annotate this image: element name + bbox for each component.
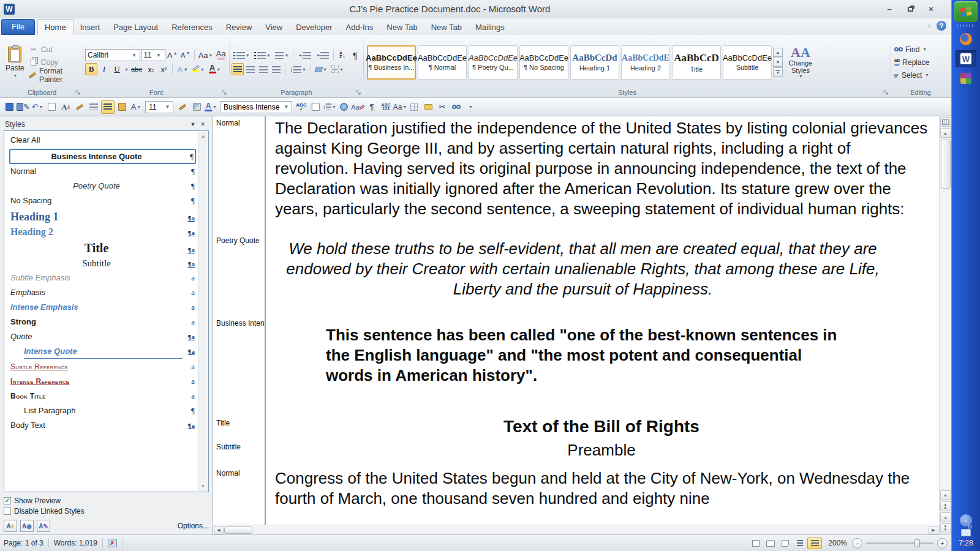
outline-view-icon[interactable]: [793, 538, 807, 549]
align-right-button[interactable]: [257, 63, 270, 75]
clipboard-dialog-launcher[interactable]: [74, 89, 81, 96]
open-folder-icon[interactable]: [421, 100, 435, 114]
page-indicator[interactable]: Page: 1 of 3: [4, 539, 43, 547]
underline-dropdown-icon[interactable]: ▼: [124, 67, 129, 72]
decrease-indent-button[interactable]: ▼: [296, 49, 313, 61]
chevron-down-icon[interactable]: ▼: [164, 102, 172, 113]
increase-indent-button[interactable]: ▼: [314, 49, 331, 61]
tab-mailings[interactable]: Mailings: [469, 20, 511, 35]
save-as-icon[interactable]: ✎: [17, 100, 30, 114]
insert-picture-icon[interactable]: [190, 100, 203, 114]
paragraph-text[interactable]: Preamble: [265, 440, 939, 467]
paragraph-dialog-launcher[interactable]: [355, 89, 362, 96]
borders-button[interactable]: ▼: [330, 63, 345, 75]
style-item-clear-all[interactable]: Clear All: [9, 133, 196, 148]
style-subtitle[interactable]: AaBbCcDdEeSubtitle: [723, 45, 772, 80]
style-item-body-text[interactable]: Body Text¶a: [9, 419, 196, 433]
save-icon[interactable]: [2, 100, 16, 114]
style-item-poetry-quote[interactable]: Poetry Quote¶: [9, 179, 196, 194]
autotext-icon[interactable]: A▼: [129, 100, 143, 114]
insert-table-icon[interactable]: [407, 100, 421, 114]
style-inspector-button[interactable]: A◉: [20, 520, 34, 532]
tab-new-tab-1[interactable]: New Tab: [380, 20, 424, 35]
style-item-subtle-reference[interactable]: Subtle Referencea: [9, 360, 196, 375]
tab-home[interactable]: Home: [37, 19, 74, 35]
tab-add-ins[interactable]: Add-Ins: [339, 20, 380, 35]
gallery-scroll-up-icon[interactable]: ▲: [773, 48, 783, 57]
zoom-out-icon[interactable]: –: [852, 538, 862, 549]
line-spacing-toolbar-icon[interactable]: ↕▼: [323, 100, 336, 114]
superscript-button[interactable]: x²: [157, 63, 170, 75]
web-layout-view-icon[interactable]: [778, 538, 793, 549]
style-item-normal[interactable]: Normal¶: [9, 165, 196, 179]
show-preview-checkbox[interactable]: ✓Show Preview: [4, 495, 209, 506]
text-effects-button[interactable]: A▼: [175, 63, 189, 75]
style-poetry-quote[interactable]: AaBbCcDdEe¶ Poetry Qu...: [469, 45, 518, 80]
chevron-down-icon[interactable]: ▼: [155, 50, 163, 61]
replace-button[interactable]: abaeReplace: [893, 57, 930, 68]
number-format-icon[interactable]: ABC123: [379, 100, 393, 114]
multilevel-list-button[interactable]: ▼: [273, 49, 291, 61]
strikethrough-button[interactable]: abe: [129, 63, 144, 75]
proofing-status-icon[interactable]: ✗: [108, 539, 117, 547]
style-title[interactable]: AaBbCcDTitle: [672, 45, 721, 80]
gallery-more-icon[interactable]: ▼: [773, 67, 783, 77]
style-business-intense-quote[interactable]: AaBbCcDdEe¶ Business In...: [367, 45, 416, 80]
new-document-icon[interactable]: [45, 100, 58, 114]
toolbar-style-combo[interactable]: Business Intense▼: [220, 101, 292, 113]
horizontal-scrollbar[interactable]: ◀ ▶: [213, 525, 939, 534]
scroll-right-icon[interactable]: ▶: [929, 526, 938, 534]
cut-toolbar-icon[interactable]: ✂: [435, 100, 449, 114]
tab-new-tab-2[interactable]: New Tab: [424, 20, 469, 35]
document-canvas[interactable]: Normal The Declaration justified the ind…: [213, 116, 939, 525]
find-button[interactable]: Find▼: [893, 44, 930, 55]
paragraph-text[interactable]: The Declaration justified the independen…: [265, 116, 939, 234]
tab-insert[interactable]: Insert: [74, 20, 107, 35]
format-painter-toolbar-icon[interactable]: [176, 100, 189, 114]
scroll-up-icon[interactable]: ▲: [940, 128, 951, 138]
style-item-no-spacing[interactable]: No Spacing¶: [9, 194, 196, 209]
style-heading-1[interactable]: AaBbCcDdHeading 1: [570, 45, 619, 80]
minimize-ribbon-icon[interactable]: ⌂: [927, 23, 932, 29]
font-size-combo[interactable]: 11▼: [141, 49, 165, 61]
paragraph-marks-toolbar-icon[interactable]: ¶: [365, 100, 379, 114]
tab-page-layout[interactable]: Page Layout: [107, 20, 165, 35]
tab-view[interactable]: View: [258, 20, 289, 35]
bullets-button[interactable]: ▼: [232, 49, 252, 61]
toolbar-size-combo[interactable]: 11▼: [145, 101, 173, 113]
font-dialog-icon[interactable]: A4: [59, 100, 72, 114]
font-color-button[interactable]: A▼: [207, 63, 223, 75]
chevron-down-icon[interactable]: ▼: [282, 102, 290, 113]
taskbar-word-icon[interactable]: W: [956, 50, 976, 67]
clear-formatting-button[interactable]: Aa: [214, 49, 227, 61]
close-button[interactable]: ×: [923, 4, 939, 14]
line-spacing-button[interactable]: ↕▼: [288, 63, 308, 75]
previous-page-icon[interactable]: ▲▲: [940, 501, 951, 511]
zoom-in-icon[interactable]: +: [937, 538, 948, 549]
taskbar-app-icon[interactable]: [956, 70, 976, 87]
format-painter-button[interactable]: Format Painter: [27, 70, 81, 81]
scroll-down-icon[interactable]: ▼: [940, 490, 951, 500]
font-dialog-launcher[interactable]: [221, 89, 228, 96]
network-status-icon[interactable]: [961, 529, 971, 536]
align-lines-icon[interactable]: [87, 100, 100, 114]
tab-developer[interactable]: Developer: [289, 20, 339, 35]
scroll-left-icon[interactable]: ◀: [214, 526, 224, 534]
new-style-button[interactable]: A+: [4, 520, 17, 532]
align-center-button[interactable]: [244, 63, 257, 75]
style-item-title[interactable]: Title¶a: [9, 239, 196, 257]
vertical-scroll-thumb[interactable]: [941, 140, 951, 189]
gallery-scroll-down-icon[interactable]: ▼: [773, 58, 783, 67]
find-toolbar-icon[interactable]: [450, 100, 463, 114]
style-item-intense-quote[interactable]: Intense Quote¶a: [9, 345, 196, 360]
tab-references[interactable]: References: [165, 20, 219, 35]
chevron-down-icon[interactable]: ▼: [130, 50, 138, 61]
disable-linked-styles-checkbox[interactable]: Disable Linked Styles: [4, 506, 209, 516]
print-layout-view-icon[interactable]: [748, 538, 763, 549]
tab-file[interactable]: File: [1, 19, 35, 35]
draft-view-icon[interactable]: [807, 538, 822, 549]
word-app-icon[interactable]: W: [4, 4, 15, 15]
pane-menu-icon[interactable]: ▼: [188, 120, 198, 129]
style-no-spacing[interactable]: AaBbCcDdEe¶ No Spacing: [519, 45, 568, 80]
undo-icon[interactable]: ↶▼: [31, 100, 44, 114]
